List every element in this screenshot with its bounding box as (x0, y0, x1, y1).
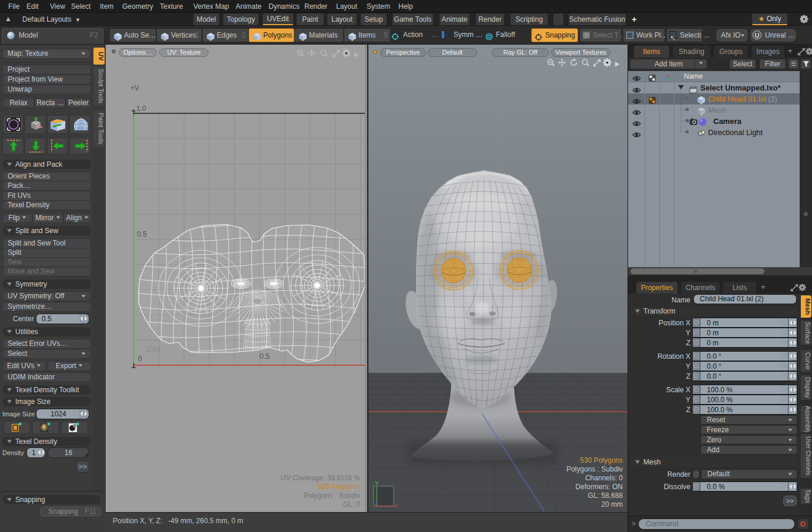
svg-text:X: X (394, 503, 398, 509)
svg-text:Y: Y (375, 480, 378, 486)
svg-text:Z: Z (375, 500, 378, 506)
